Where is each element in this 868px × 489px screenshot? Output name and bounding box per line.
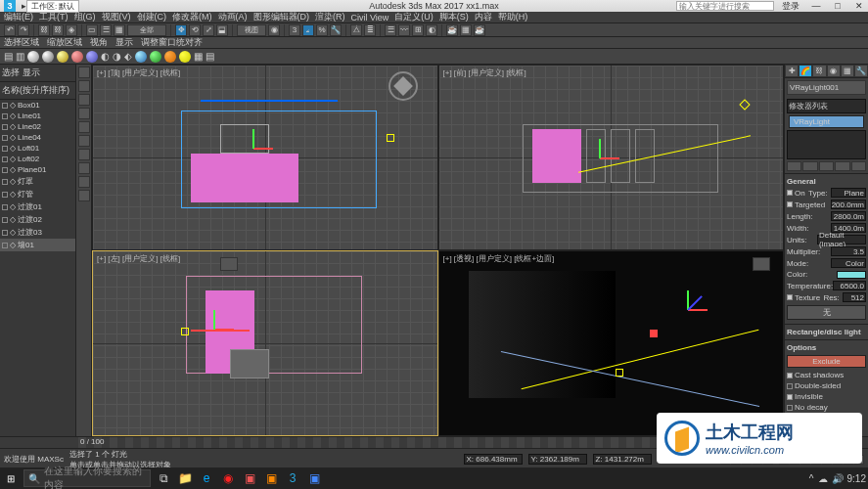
outliner-item[interactable]: ◇过渡03 xyxy=(0,226,75,239)
tb2-item[interactable]: 缩放区域 xyxy=(47,36,82,49)
mat-btn[interactable]: ◐ xyxy=(101,51,110,62)
menu-edit[interactable]: 编辑(E) xyxy=(4,11,33,23)
outliner-item[interactable]: ◇Loft01 xyxy=(0,143,75,154)
tab-utilities[interactable]: 🔧 xyxy=(854,65,868,77)
menu-help[interactable]: 帮助(H) xyxy=(498,11,528,23)
tb2-item[interactable]: 视角 xyxy=(90,36,108,49)
outliner-btn[interactable] xyxy=(78,94,90,106)
mat-btn[interactable]: ▤ xyxy=(4,51,13,62)
tb2-item[interactable]: 显示 xyxy=(115,36,133,49)
tab-display[interactable]: ▦ xyxy=(841,65,854,77)
menu-views[interactable]: 视图(V) xyxy=(102,11,131,23)
move-gizmo-icon[interactable] xyxy=(201,315,230,344)
viewport-label[interactable]: [+] [左] [用户定义] [线框] xyxy=(97,253,180,264)
outliner-btn[interactable] xyxy=(78,149,90,160)
taskbar-app-icon[interactable]: ▣ xyxy=(305,469,323,487)
targeted-spinner[interactable]: 200.0mm xyxy=(831,200,866,209)
coord-y[interactable]: Y: 2362.189m xyxy=(528,454,587,465)
undo-button[interactable]: ↶ xyxy=(4,24,16,36)
stack-btn[interactable] xyxy=(787,161,801,171)
nodecay-checkbox[interactable] xyxy=(787,405,793,411)
anglesnap-button[interactable]: ⦟ xyxy=(302,24,314,36)
select-name-button[interactable]: ☰ xyxy=(100,24,112,36)
material-editor-button[interactable]: ◐ xyxy=(426,24,437,36)
stack-btn[interactable] xyxy=(851,161,866,171)
safe-frame-icon[interactable] xyxy=(220,257,238,271)
outliner-item[interactable]: ◇过渡02 xyxy=(0,213,75,226)
minimize-button[interactable]: — xyxy=(811,1,821,11)
exclude-button[interactable]: Exclude xyxy=(787,355,866,368)
rollout-header[interactable]: General xyxy=(787,176,866,187)
outliner-item[interactable]: ◇Loft02 xyxy=(0,154,75,164)
viewport-perspective[interactable]: [+] [透视] [用户定义] [线框+边面] xyxy=(438,250,785,436)
material-ball-icon[interactable] xyxy=(86,51,98,63)
login-button[interactable]: 登录 xyxy=(782,0,799,13)
placement-button[interactable]: ⬓ xyxy=(216,24,228,36)
units-dropdown[interactable]: Default (image) xyxy=(817,235,866,244)
move-gizmo-icon[interactable] xyxy=(674,295,704,325)
menu-civilview[interactable]: Civil View xyxy=(351,13,389,22)
spinnersnap-button[interactable]: 🔧 xyxy=(330,24,342,36)
bind-button[interactable]: ◈ xyxy=(66,24,77,36)
type-dropdown[interactable]: Plane xyxy=(831,188,866,198)
render-frame-button[interactable]: ▦ xyxy=(460,24,472,36)
material-ball-icon[interactable] xyxy=(57,51,69,63)
viewport-front[interactable]: [+] [前] [用户定义] [线框] xyxy=(438,65,785,250)
outliner-item[interactable]: ◇过渡01 xyxy=(0,200,75,213)
start-button[interactable]: ⊞ xyxy=(2,469,20,487)
color-swatch[interactable] xyxy=(837,271,866,279)
taskbar-app-icon[interactable]: 3 xyxy=(284,469,301,487)
rotate-button[interactable]: ⟲ xyxy=(189,24,201,36)
tab-modify[interactable]: 🌈 xyxy=(799,65,812,77)
outliner-item[interactable]: ◇Box01 xyxy=(0,100,75,111)
outliner-btn[interactable] xyxy=(78,162,90,174)
taskbar-app-icon[interactable]: ▣ xyxy=(241,469,258,487)
outliner-item[interactable]: ◇Plane01 xyxy=(0,164,75,175)
render-setup-button[interactable]: ☕ xyxy=(446,24,458,36)
viewport-top[interactable]: [+] [顶] [用户定义] [线框] xyxy=(92,65,438,250)
object-name-field[interactable]: VRayLight001 xyxy=(787,80,866,95)
tab-motion[interactable]: ◉ xyxy=(827,65,841,77)
menu-customize[interactable]: 自定义(U) xyxy=(394,11,434,23)
outliner-item[interactable]: ◇墙01 xyxy=(0,239,75,251)
unlink-button[interactable]: ⛓ xyxy=(52,24,64,36)
task-view-button[interactable]: ⧉ xyxy=(155,469,172,487)
viewport-label[interactable]: [+] [透视] [用户定义] [线框+边面] xyxy=(443,253,555,264)
help-search-input[interactable] xyxy=(676,1,774,11)
tray-time[interactable]: 9:12 xyxy=(847,473,866,484)
tb2-item[interactable]: 选择区域 xyxy=(4,36,39,49)
viewport-label[interactable]: [+] [顶] [用户定义] [线框] xyxy=(97,67,180,78)
menu-animation[interactable]: 动画(A) xyxy=(218,11,248,23)
tray-icon[interactable]: ^ xyxy=(809,473,814,484)
tray-icon[interactable]: 🔊 xyxy=(832,473,844,484)
render-button[interactable]: ☕ xyxy=(474,24,485,36)
taskbar-app-icon[interactable]: e xyxy=(198,469,215,487)
select-button[interactable]: ▭ xyxy=(86,24,98,36)
stack-btn[interactable] xyxy=(819,161,834,171)
outliner-btn[interactable] xyxy=(78,176,90,188)
modifier-stack-item[interactable]: VRayLight xyxy=(789,115,864,128)
refcoord-dropdown[interactable]: 视图 xyxy=(237,24,266,36)
filter-dropdown[interactable]: 全部 xyxy=(127,24,166,36)
stack-btn[interactable] xyxy=(802,161,817,171)
material-ball-icon[interactable] xyxy=(27,51,39,63)
percentsnap-button[interactable]: % xyxy=(316,24,328,36)
length-spinner[interactable]: 2800.0m xyxy=(831,211,866,221)
tray-icon[interactable]: ☁ xyxy=(818,473,828,484)
tab-hierarchy[interactable]: ⛓ xyxy=(812,65,826,77)
outliner-btn[interactable] xyxy=(78,121,90,133)
maximize-button[interactable]: □ xyxy=(833,1,843,11)
taskbar-app-icon[interactable]: 📁 xyxy=(176,469,194,487)
material-ball-icon[interactable] xyxy=(135,51,147,63)
system-tray[interactable]: ^ ☁ 🔊 9:12 xyxy=(809,473,866,484)
curve-editor-button[interactable]: 〰 xyxy=(398,24,410,36)
outliner-item[interactable]: ◇Line02 xyxy=(0,121,75,132)
material-ball-icon[interactable] xyxy=(150,51,161,63)
help-search[interactable] xyxy=(676,1,774,12)
snap-button[interactable]: 3 xyxy=(289,24,300,36)
coord-z[interactable]: Z: 1431.272m xyxy=(593,454,652,465)
outliner-btn[interactable] xyxy=(78,135,90,147)
no-texture-button[interactable]: 无 xyxy=(787,305,866,320)
mat-btn[interactable]: ▥ xyxy=(16,51,24,62)
outliner-btn[interactable] xyxy=(78,108,90,119)
